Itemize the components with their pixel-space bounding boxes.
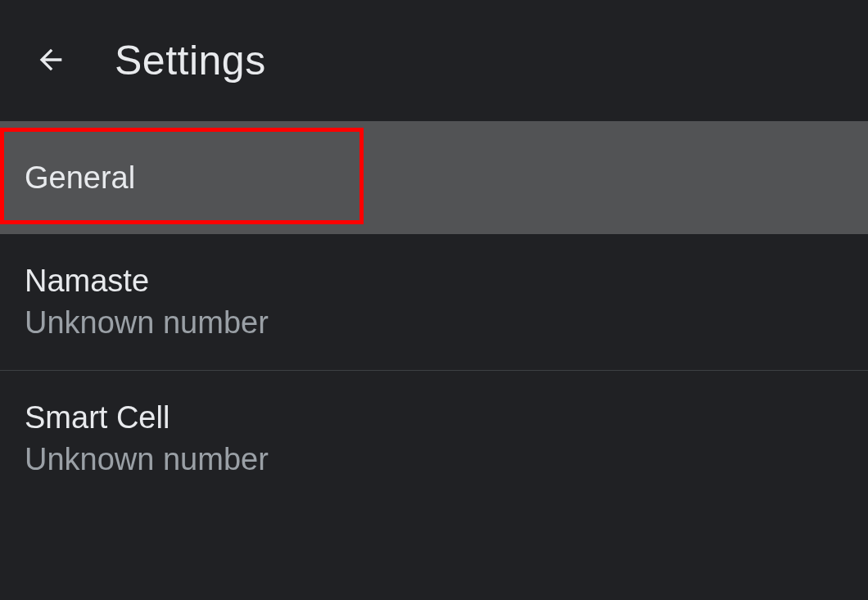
header: Settings <box>0 0 868 121</box>
item-subtitle: Unknown number <box>25 305 843 341</box>
settings-item-general[interactable]: General <box>0 121 868 234</box>
arrow-left-icon <box>34 43 67 79</box>
page-title: Settings <box>115 37 266 84</box>
item-title: General <box>25 160 135 196</box>
settings-item-smartcell[interactable]: Smart Cell Unknown number <box>0 371 868 507</box>
item-title: Smart Cell <box>25 400 843 435</box>
back-button[interactable] <box>31 41 70 80</box>
settings-item-namaste[interactable]: Namaste Unknown number <box>0 234 868 370</box>
item-title: Namaste <box>25 264 843 299</box>
item-subtitle: Unknown number <box>25 442 843 477</box>
